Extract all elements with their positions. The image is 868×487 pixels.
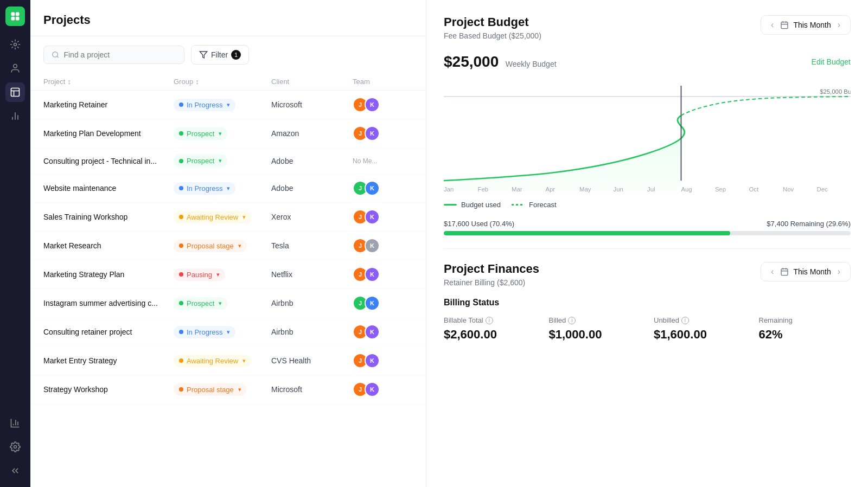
client-name: Tesla xyxy=(271,241,353,250)
status-cell: Prospect ▾ xyxy=(174,297,271,310)
svg-text:Nov: Nov xyxy=(783,187,794,193)
legend-solid-line xyxy=(444,204,457,206)
budget-used-label: $17,600 Used (70.4%) xyxy=(444,220,514,228)
unbilled-info-icon[interactable]: i xyxy=(681,317,689,324)
table-row[interactable]: Market Entry Strategy Awaiting Review ▾ … xyxy=(30,347,426,375)
chevron-down-icon: ▾ xyxy=(216,271,220,278)
budget-prev-btn[interactable]: ‹ xyxy=(769,20,776,30)
budget-amount: $25,000 xyxy=(444,53,499,70)
table-row[interactable]: Market Research Proposal stage ▾ Tesla J… xyxy=(30,232,426,260)
table-rows: Marketing Retainer In Progress ▾ Microso… xyxy=(30,91,426,404)
col-group: Group ↕ xyxy=(174,78,271,86)
table-row[interactable]: Website maintenance In Progress ▾ Adobe … xyxy=(30,174,426,203)
budget-date-nav[interactable]: ‹ This Month › xyxy=(761,15,851,35)
svg-rect-1 xyxy=(16,12,20,16)
finances-month-label: This Month xyxy=(793,267,831,276)
status-cell: Awaiting Review ▾ xyxy=(174,355,271,367)
analytics-icon[interactable] xyxy=(5,106,25,126)
edit-budget-button[interactable]: Edit Budget xyxy=(812,57,851,66)
budget-chart: $25,000 Budget Jan Feb Mar Apr May Jun J… xyxy=(444,75,851,194)
project-name: Market Entry Strategy xyxy=(43,356,174,365)
status-cell: Awaiting Review ▾ xyxy=(174,211,271,223)
table-row[interactable]: Instagram summer advertising c... Prospe… xyxy=(30,289,426,318)
projects-icon[interactable] xyxy=(5,82,25,102)
billing-grid: Billable Total i $2,600.00 Billed i $1,0… xyxy=(444,316,851,342)
status-badge[interactable]: Pausing ▾ xyxy=(174,268,225,281)
status-badge[interactable]: Proposal stage ▾ xyxy=(174,383,247,396)
status-badge[interactable]: Awaiting Review ▾ xyxy=(174,211,251,223)
right-panel: Project Budget Fee Based Budget ($25,000… xyxy=(426,0,868,487)
app-logo[interactable] xyxy=(5,7,25,26)
status-dot xyxy=(179,131,183,136)
avatar: K xyxy=(365,267,380,282)
status-dot xyxy=(179,272,183,277)
table-row[interactable]: Marketing Retainer In Progress ▾ Microso… xyxy=(30,91,426,119)
legend-forecast: Forecast xyxy=(512,201,557,209)
project-name: Sales Training Workshop xyxy=(43,213,174,221)
finances-next-btn[interactable]: › xyxy=(835,267,843,277)
status-badge[interactable]: Prospect ▾ xyxy=(174,155,227,167)
status-dot xyxy=(179,301,183,305)
billable-total-value: $2,600.00 xyxy=(444,328,536,342)
table-row[interactable]: Marketing Strategy Plan Pausing ▾ Netfli… xyxy=(30,260,426,289)
status-cell: Prospect ▾ xyxy=(174,155,271,167)
billing-status-title: Billing Status xyxy=(444,298,851,307)
chevron-down-icon: ▾ xyxy=(242,214,246,221)
finances-prev-btn[interactable]: ‹ xyxy=(769,267,776,277)
toolbar: Filter 1 xyxy=(30,36,426,73)
project-name: Market Research xyxy=(43,241,174,250)
table-row[interactable]: Consulting retainer project In Progress … xyxy=(30,318,426,347)
team-avatars: JK xyxy=(353,238,413,253)
grid-icon[interactable] xyxy=(5,35,25,54)
svg-text:Aug: Aug xyxy=(681,187,692,193)
billable-total-label: Billable Total i xyxy=(444,316,536,324)
finances-title-group: Project Finances Retainer Billing ($2,60… xyxy=(444,262,539,287)
search-input[interactable] xyxy=(63,50,176,59)
status-cell: In Progress ▾ xyxy=(174,326,271,338)
project-table: Project ↕ Group ↕ Client Team Marketing … xyxy=(30,73,426,487)
budget-bar-track xyxy=(444,231,851,235)
finances-date-nav[interactable]: ‹ This Month › xyxy=(761,262,851,281)
status-badge[interactable]: Awaiting Review ▾ xyxy=(174,355,251,367)
status-dot xyxy=(179,186,183,190)
svg-point-4 xyxy=(14,43,17,46)
filter-button[interactable]: Filter 1 xyxy=(191,45,249,65)
svg-rect-3 xyxy=(16,17,20,21)
table-row[interactable]: Consulting project - Technical in... Pro… xyxy=(30,148,426,174)
budget-subtitle: Fee Based Budget ($25,000) xyxy=(444,31,541,40)
svg-text:Jan: Jan xyxy=(444,187,454,193)
status-badge[interactable]: In Progress ▾ xyxy=(174,182,235,195)
svg-text:Feb: Feb xyxy=(478,187,489,193)
search-box[interactable] xyxy=(43,46,184,64)
settings-icon[interactable] xyxy=(5,437,25,457)
table-row[interactable]: Sales Training Workshop Awaiting Review … xyxy=(30,203,426,232)
billed-label: Billed i xyxy=(549,316,641,324)
client-name: Airbnb xyxy=(271,328,353,336)
avatar: K xyxy=(365,353,380,368)
svg-text:Dec: Dec xyxy=(817,187,828,193)
table-row[interactable]: Marketing Plan Development Prospect ▾ Am… xyxy=(30,119,426,148)
team-avatars: JK xyxy=(353,324,413,339)
avatar: K xyxy=(365,97,380,112)
filter-icon xyxy=(199,50,208,59)
chevron-down-icon: ▾ xyxy=(238,386,241,393)
chart-icon[interactable] xyxy=(5,413,25,433)
status-badge[interactable]: Proposal stage ▾ xyxy=(174,240,247,252)
col-team: Team xyxy=(353,78,413,86)
client-name: CVS Health xyxy=(271,356,353,365)
status-badge[interactable]: In Progress ▾ xyxy=(174,326,235,338)
sidebar xyxy=(0,0,30,487)
team-avatars: No Me... xyxy=(353,157,413,165)
remaining-label: Remaining xyxy=(759,316,851,324)
unbilled-label: Unbilled i xyxy=(654,316,746,324)
status-badge[interactable]: Prospect ▾ xyxy=(174,297,227,310)
person-icon[interactable] xyxy=(5,59,25,78)
billed-info-icon[interactable]: i xyxy=(568,317,576,324)
status-badge[interactable]: In Progress ▾ xyxy=(174,99,235,111)
budget-line-label: $25,000 Budget xyxy=(820,89,851,95)
billable-info-icon[interactable]: i xyxy=(486,317,493,324)
status-badge[interactable]: Prospect ▾ xyxy=(174,127,227,140)
table-row[interactable]: Strategy Workshop Proposal stage ▾ Micro… xyxy=(30,375,426,404)
budget-next-btn[interactable]: › xyxy=(835,20,843,30)
collapse-icon[interactable] xyxy=(5,461,25,480)
